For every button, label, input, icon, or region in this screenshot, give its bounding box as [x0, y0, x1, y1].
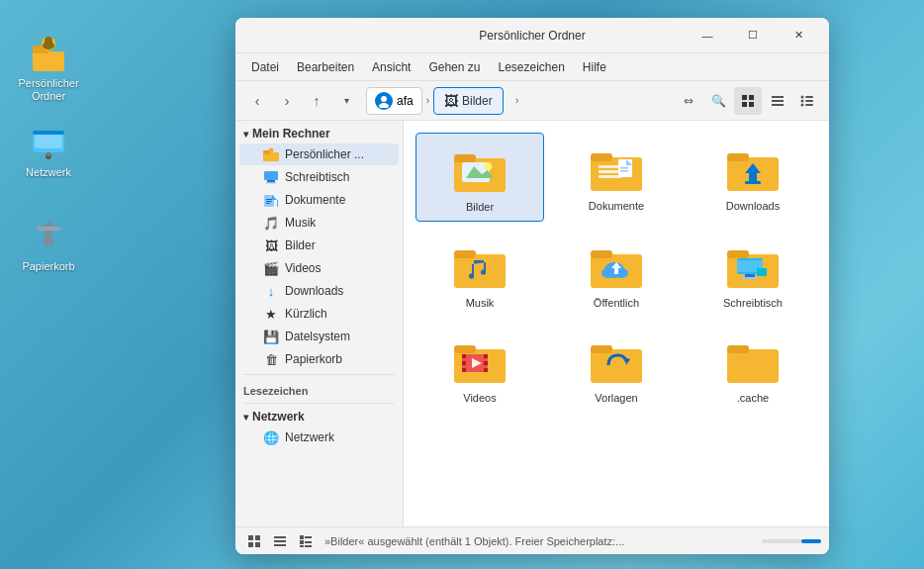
svg-rect-89 [248, 535, 253, 540]
back-button[interactable]: ‹ [243, 87, 271, 115]
svg-rect-90 [255, 535, 260, 540]
sidebar-recent-label: Kürzlich [285, 307, 327, 321]
svg-rect-39 [266, 203, 270, 204]
grid-view-button[interactable] [734, 87, 762, 115]
svg-rect-21 [772, 104, 784, 106]
svg-rect-32 [267, 180, 275, 182]
sidebar-desktop-icon [263, 169, 279, 185]
path-forward-chevron-icon[interactable]: › [508, 87, 527, 115]
user-breadcrumb[interactable]: afa [366, 87, 422, 115]
maximize-button[interactable]: ☐ [730, 20, 776, 51]
file-item-musik[interactable]: Musik [416, 230, 544, 317]
svg-rect-82 [484, 368, 488, 372]
file-item-downloads[interactable]: Downloads [689, 133, 817, 222]
sidebar-item-videos[interactable]: 🎬 Videos [239, 257, 399, 279]
file-grid: Bilder [404, 121, 829, 526]
file-item-bilder[interactable]: Bilder [416, 133, 544, 222]
toggle-view-button[interactable]: ⇔ [675, 87, 702, 115]
svg-marker-35 [272, 195, 277, 200]
sidebar-videos-label: Videos [285, 261, 321, 275]
svg-rect-88 [727, 345, 749, 353]
status-icon-btn-1[interactable] [243, 530, 265, 552]
file-item-schreibtisch[interactable]: Schreibtisch [689, 230, 817, 317]
svg-rect-27 [805, 104, 813, 106]
address-bar: afa › 🖼 Bilder › [366, 87, 665, 115]
desktop-icon-recycle[interactable]: ♻ Papierkorb [14, 213, 83, 277]
downloads-icon [721, 141, 785, 196]
sidebar-item-recent[interactable]: ★ Kürzlich [239, 303, 399, 325]
sidebar-section-my-computer[interactable]: ▾ Mein Rechner [235, 125, 403, 142]
sidebar-documents-icon [263, 192, 279, 208]
current-folder-pill[interactable]: 🖼 Bilder [433, 87, 504, 115]
file-item-oeffentlich[interactable]: Öffentlich [552, 230, 681, 317]
desktop-icon-label-recycle: Papierkorb [22, 260, 74, 273]
svg-rect-72 [742, 277, 758, 279]
menu-bearbeiten[interactable]: Bearbeiten [289, 58, 362, 76]
sidebar-item-desktop[interactable]: Schreibtisch [239, 166, 399, 188]
status-icon-btn-3[interactable] [295, 530, 317, 552]
file-item-cache[interactable]: .cache [689, 325, 817, 412]
sidebar-item-pictures[interactable]: 🖼 Bilder [239, 235, 399, 256]
status-text: »Bilder« ausgewählt (enthält 1 Objekt). … [324, 535, 754, 547]
file-item-dokumente[interactable]: Dokumente [552, 133, 681, 222]
minimize-button[interactable]: — [685, 20, 730, 51]
desktop-icon-personal[interactable]: Persönlicher Ordner [14, 30, 83, 107]
file-downloads-label: Downloads [726, 200, 780, 212]
sidebar-item-network[interactable]: 🌐 Netzwerk [239, 427, 399, 448]
sidebar-item-personal[interactable]: Persönlicher ... [239, 143, 399, 165]
svg-rect-15 [742, 95, 747, 100]
bookmarks-section-label: Lesezeichen [235, 379, 403, 399]
dropdown-button[interactable]: ▾ [332, 87, 360, 115]
my-computer-label: Mein Rechner [252, 127, 330, 141]
svg-rect-99 [305, 541, 312, 543]
file-musik-label: Musik [466, 297, 495, 309]
menu-lesezeichen[interactable]: Lesezeichen [490, 58, 572, 76]
desktop-icon-label-personal: Persönlicher Ordner [18, 77, 79, 103]
svg-rect-87 [727, 349, 779, 383]
svg-rect-77 [462, 354, 466, 358]
sidebar-item-downloads[interactable]: ↓ Downloads [239, 280, 399, 302]
svg-rect-55 [727, 153, 749, 161]
forward-button[interactable]: › [273, 87, 301, 115]
close-button[interactable]: ✕ [776, 20, 821, 51]
status-icon-btn-2[interactable] [269, 530, 291, 552]
svg-rect-19 [772, 96, 784, 98]
svg-rect-95 [274, 544, 286, 546]
file-bilder-label: Bilder [466, 201, 494, 213]
search-button[interactable]: 🔍 [704, 87, 732, 115]
svg-point-26 [801, 103, 804, 106]
more-options-button[interactable] [793, 87, 821, 115]
menu-gehen-zu[interactable]: Gehen zu [420, 58, 488, 76]
sidebar-personal-icon [263, 146, 279, 162]
toolbar: ‹ › ↑ ▾ afa › 🖼 Bilder › ⇔ � [235, 81, 829, 121]
menu-datei[interactable]: Datei [243, 58, 287, 76]
sidebar-filesystem-label: Datelsystem [285, 330, 350, 343]
path-separator-icon: › [426, 95, 429, 106]
svg-rect-20 [772, 100, 784, 102]
sidebar-network-icon: 🌐 [263, 429, 279, 445]
sidebar-music-icon: 🎵 [263, 215, 279, 231]
videos-icon [448, 332, 511, 388]
menu-ansicht[interactable]: Ansicht [364, 58, 418, 76]
sidebar-videos-icon: 🎬 [263, 260, 279, 276]
current-folder-label: Bilder [462, 94, 493, 108]
up-button[interactable]: ↑ [303, 87, 330, 115]
svg-rect-61 [591, 250, 612, 258]
svg-rect-97 [305, 536, 312, 538]
list-view-button[interactable] [764, 87, 791, 115]
file-item-videos[interactable]: Videos [416, 325, 544, 412]
sidebar: ▾ Mein Rechner Persönlicher ... [235, 121, 404, 526]
file-vorlagen-label: Vorlagen [595, 392, 637, 404]
menu-hilfe[interactable]: Hilfe [575, 58, 614, 76]
sidebar-section-network[interactable]: ▾ Netzwerk [235, 408, 403, 426]
desktop-icon-network[interactable]: Netzwerk [14, 119, 83, 183]
sidebar-item-trash[interactable]: 🗑 Papierkorb [239, 348, 399, 370]
sidebar-item-music[interactable]: 🎵 Musik [239, 212, 399, 234]
scrollbar-area [762, 539, 821, 543]
file-item-vorlagen[interactable]: Vorlagen [552, 325, 681, 412]
sidebar-item-filesystem[interactable]: 💾 Datelsystem [239, 326, 399, 347]
svg-rect-91 [248, 542, 253, 547]
svg-rect-92 [255, 542, 260, 547]
sidebar-item-documents[interactable]: Dokumente [239, 189, 399, 211]
svg-point-13 [381, 96, 387, 102]
